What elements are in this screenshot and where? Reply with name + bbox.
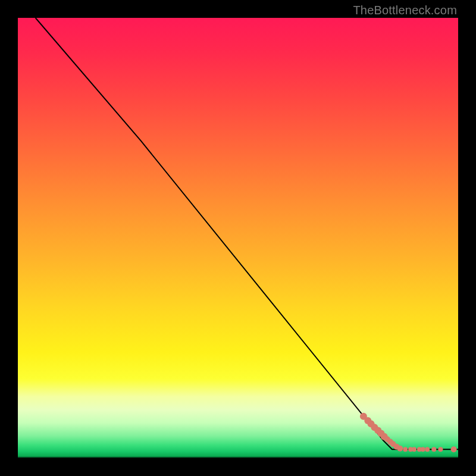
data-point — [421, 447, 425, 452]
attribution-text: TheBottleneck.com — [353, 4, 457, 17]
data-point — [431, 447, 436, 452]
data-point — [451, 446, 457, 452]
data-point — [397, 446, 403, 452]
data-point — [403, 447, 408, 452]
data-point — [438, 447, 443, 452]
data-curve — [36, 18, 458, 449]
data-point — [412, 447, 416, 452]
data-point — [425, 447, 430, 452]
plot-area — [18, 18, 458, 458]
chart-frame: TheBottleneck.com — [0, 0, 476, 476]
chart-overlay — [18, 18, 458, 458]
data-markers — [360, 413, 457, 453]
